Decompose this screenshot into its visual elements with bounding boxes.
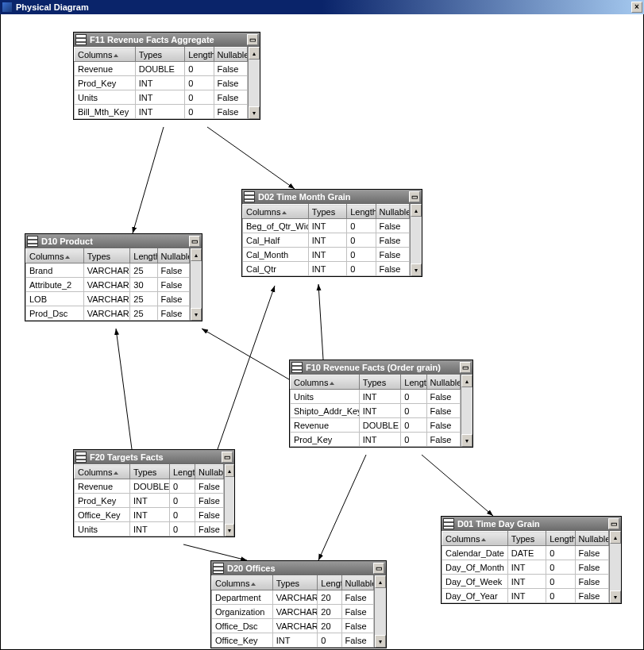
table-d10[interactable]: D10 Product▭ColumnsTypesLengthNullableBr… (25, 233, 202, 321)
restore-icon[interactable]: ▭ (373, 563, 384, 574)
table-row[interactable]: RevenueDOUBLE0False (75, 62, 248, 76)
scroll-up-icon[interactable]: ▴ (191, 248, 202, 261)
table-row[interactable]: LOBVARCHAR25False (26, 292, 190, 306)
column-header-types[interactable]: Types (359, 375, 400, 390)
table-row[interactable]: Office_KeyINT0False (75, 508, 224, 522)
column-header-nullable[interactable]: Nullable (376, 205, 409, 219)
column-header-length[interactable]: Length (130, 249, 157, 263)
scrollbar[interactable]: ▴▾ (609, 531, 621, 603)
table-row[interactable]: UnitsINT0False (291, 390, 461, 404)
column-header-length[interactable]: Length (347, 205, 376, 219)
column-header-columns[interactable]: Columns (291, 375, 360, 390)
column-header-types[interactable]: Types (272, 576, 318, 590)
table-row[interactable]: Beg_of_Qtr_WidINT0False (243, 219, 410, 233)
scroll-down-icon[interactable]: ▾ (225, 524, 234, 537)
column-header-types[interactable]: Types (83, 249, 130, 263)
column-header-columns[interactable]: Columns (243, 205, 309, 219)
restore-icon[interactable]: ▭ (409, 191, 420, 202)
table-f20[interactable]: F20 Targets Facts▭ColumnsTypesLengthNull… (73, 449, 235, 537)
scroll-up-icon[interactable]: ▴ (225, 464, 234, 477)
table-d02[interactable]: D02 Time Month Grain▭ColumnsTypesLengthN… (241, 189, 422, 277)
column-header-types[interactable]: Types (130, 465, 170, 479)
scrollbar[interactable]: ▴▾ (248, 47, 260, 119)
close-icon[interactable]: × (631, 2, 642, 13)
table-row[interactable]: DepartmentVARCHAR20False (212, 590, 374, 605)
scroll-down-icon[interactable]: ▾ (610, 590, 621, 603)
column-header-columns[interactable]: Columns (26, 249, 84, 263)
scroll-down-icon[interactable]: ▾ (249, 106, 260, 119)
table-header[interactable]: D02 Time Month Grain▭ (242, 190, 422, 204)
restore-icon[interactable]: ▭ (460, 362, 471, 373)
scroll-up-icon[interactable]: ▴ (461, 375, 472, 387)
table-row[interactable]: Calendar_DateDATE0False (442, 546, 609, 560)
column-header-nullable[interactable]: Nullable (575, 532, 608, 546)
scrollbar[interactable]: ▴▾ (190, 248, 202, 321)
scroll-track[interactable] (249, 60, 260, 106)
column-header-nullable[interactable]: Nullable (195, 465, 224, 479)
table-row[interactable]: RevenueDOUBLE0False (75, 479, 224, 494)
table-d01[interactable]: D01 Time Day Grain▭ColumnsTypesLengthNul… (441, 516, 622, 604)
table-header[interactable]: D10 Product▭ (25, 234, 202, 248)
column-header-types[interactable]: Types (308, 205, 346, 219)
table-row[interactable]: Prod_KeyINT0False (75, 76, 248, 90)
scrollbar[interactable]: ▴▾ (224, 464, 234, 537)
column-header-types[interactable]: Types (135, 48, 185, 62)
scroll-track[interactable] (411, 217, 422, 263)
table-d20[interactable]: D20 Offices▭ColumnsTypesLengthNullableDe… (210, 560, 387, 648)
scroll-down-icon[interactable]: ▾ (191, 308, 202, 321)
restore-icon[interactable]: ▭ (189, 236, 200, 247)
table-header[interactable]: F20 Targets Facts▭ (74, 450, 234, 464)
scroll-up-icon[interactable]: ▴ (411, 204, 422, 217)
table-row[interactable]: Prod_KeyINT0False (291, 433, 461, 447)
scroll-down-icon[interactable]: ▾ (411, 263, 422, 276)
table-row[interactable]: BrandVARCHAR25False (26, 263, 190, 278)
scroll-down-icon[interactable]: ▾ (375, 635, 386, 648)
table-row[interactable]: Prod_DscVARCHAR25False (26, 306, 190, 321)
table-header[interactable]: D01 Time Day Grain▭ (442, 517, 621, 531)
column-header-length[interactable]: Length (401, 375, 426, 390)
scrollbar[interactable]: ▴▾ (410, 204, 422, 276)
column-header-length[interactable]: Length (185, 48, 214, 62)
column-header-columns[interactable]: Columns (442, 532, 508, 546)
table-f11[interactable]: F11 Revenue Facts Aggregate▭ColumnsTypes… (73, 32, 260, 120)
table-row[interactable]: UnitsINT0False (75, 90, 248, 105)
scroll-up-icon[interactable]: ▴ (249, 47, 260, 60)
table-row[interactable]: Bill_Mth_KeyINT0False (75, 105, 248, 119)
table-row[interactable]: Cal_QtrINT0False (243, 262, 410, 276)
column-header-nullable[interactable]: Nullable (426, 375, 460, 390)
column-header-nullable[interactable]: Nullable (157, 249, 189, 263)
scroll-track[interactable] (461, 387, 472, 434)
scroll-track[interactable] (375, 588, 386, 635)
restore-icon[interactable]: ▭ (608, 518, 619, 529)
scroll-track[interactable] (225, 477, 234, 524)
table-row[interactable]: Cal_HalfINT0False (243, 233, 410, 248)
table-row[interactable]: OrganizationVARCHAR20False (212, 605, 374, 619)
table-row[interactable]: Day_Of_WeekINT0False (442, 575, 609, 589)
scrollbar[interactable]: ▴▾ (374, 575, 386, 648)
scroll-track[interactable] (191, 261, 202, 308)
scroll-up-icon[interactable]: ▴ (375, 575, 386, 588)
column-header-columns[interactable]: Columns (75, 48, 136, 62)
table-row[interactable]: Office_KeyINT0False (212, 633, 374, 648)
restore-icon[interactable]: ▭ (222, 452, 233, 463)
diagram-canvas[interactable]: F11 Revenue Facts Aggregate▭ColumnsTypes… (0, 14, 644, 650)
table-row[interactable]: Office_DscVARCHAR20False (212, 619, 374, 633)
table-row[interactable]: Shipto_Addr_KeyINT0False (291, 404, 461, 418)
scroll-up-icon[interactable]: ▴ (610, 531, 621, 544)
table-header[interactable]: D20 Offices▭ (211, 561, 386, 575)
table-row[interactable]: Prod_KeyINT0False (75, 494, 224, 508)
table-header[interactable]: F11 Revenue Facts Aggregate▭ (74, 33, 260, 47)
table-row[interactable]: UnitsINT0False (75, 522, 224, 537)
table-header[interactable]: F10 Revenue Facts (Order grain)▭ (290, 360, 472, 375)
column-header-nullable[interactable]: Nullable (341, 576, 373, 590)
restore-icon[interactable]: ▭ (247, 34, 258, 45)
scrollbar[interactable]: ▴▾ (461, 375, 472, 447)
window-titlebar[interactable]: Physical Diagram × (0, 0, 644, 14)
table-row[interactable]: Day_Of_MonthINT0False (442, 560, 609, 575)
column-header-length[interactable]: Length (170, 465, 195, 479)
column-header-nullable[interactable]: Nullable (214, 48, 247, 62)
column-header-columns[interactable]: Columns (75, 465, 130, 479)
scroll-down-icon[interactable]: ▾ (461, 434, 472, 447)
column-header-columns[interactable]: Columns (212, 576, 273, 590)
table-row[interactable]: Day_Of_YearINT0False (442, 589, 609, 603)
